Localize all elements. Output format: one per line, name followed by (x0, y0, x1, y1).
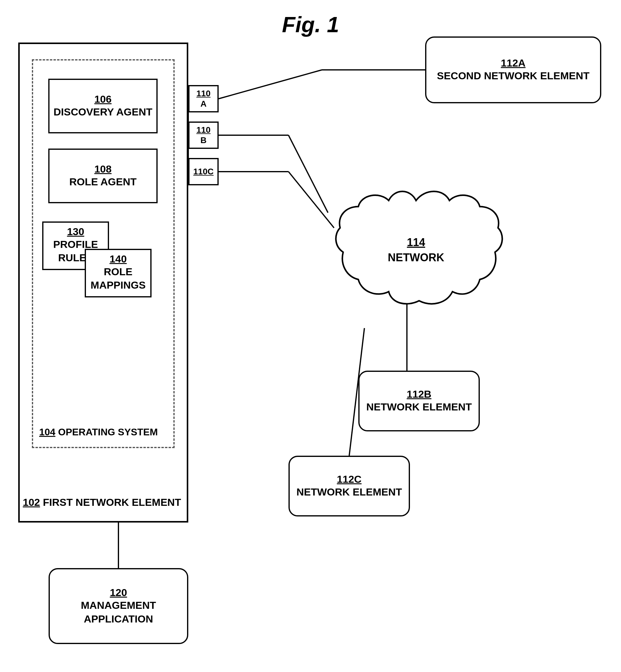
role-mappings-label: ROLE MAPPINGS (89, 265, 147, 292)
svg-line-0 (219, 70, 322, 99)
discovery-agent-box: 106 DISCOVERY AGENT (48, 79, 158, 133)
figure-title: Fig. 1 (282, 12, 339, 37)
interface-110c: 110C (188, 158, 219, 185)
discovery-agent-label: DISCOVERY AGENT (53, 105, 153, 118)
network-cloud: 114 NETWORK (328, 182, 504, 328)
svg-line-5 (288, 172, 334, 228)
role-mappings-box: 140 ROLE MAPPINGS (85, 249, 152, 298)
discovery-agent-number: 106 (94, 93, 112, 105)
svg-text:114: 114 (407, 236, 425, 248)
ne-112c-box: 112C NETWORK ELEMENT (288, 456, 410, 516)
mgmt-app-label: MANAGEMENT APPLICATION (50, 598, 187, 625)
management-application-box: 120 MANAGEMENT APPLICATION (49, 568, 188, 644)
second-ne-number: 112A (501, 57, 525, 69)
os-text: OPERATING SYSTEM (58, 427, 158, 437)
role-mappings-number: 140 (89, 253, 147, 265)
ne-112c-label: NETWORK ELEMENT (296, 485, 402, 499)
interface-110b: 110 B (188, 121, 219, 149)
second-ne-label: SECOND NETWORK ELEMENT (437, 69, 589, 82)
interface-110a: 110 A (188, 85, 219, 112)
os-number: 104 (39, 427, 55, 437)
interface-110c-number: 110C (194, 166, 214, 177)
role-agent-number: 108 (94, 163, 112, 175)
first-ne-number: 102 (23, 497, 40, 508)
mgmt-app-number: 120 (110, 587, 127, 598)
first-ne-label: 102 FIRST NETWORK ELEMENT (23, 496, 181, 509)
ne-112b-number: 112B (407, 388, 431, 400)
svg-line-3 (288, 135, 328, 213)
ne-112b-label: NETWORK ELEMENT (366, 400, 472, 413)
first-ne-text: FIRST NETWORK ELEMENT (43, 497, 181, 508)
ne-112b-box: 112B NETWORK ELEMENT (358, 371, 480, 431)
profile-rules-number: 130 (46, 226, 105, 238)
network-cloud-svg: 114 NETWORK (328, 182, 504, 328)
role-agent-box: 108 ROLE AGENT (48, 149, 158, 203)
svg-text:NETWORK: NETWORK (388, 251, 444, 264)
operating-system-box: 106 DISCOVERY AGENT 108 ROLE AGENT 130 P… (32, 59, 175, 448)
ne-112c-number: 112C (337, 473, 361, 485)
first-network-element-box: 106 DISCOVERY AGENT 108 ROLE AGENT 130 P… (18, 43, 188, 522)
role-agent-label: ROLE AGENT (69, 175, 137, 188)
interface-110a-number: 110 (197, 88, 211, 99)
second-network-element-box: 112A SECOND NETWORK ELEMENT (425, 36, 601, 103)
operating-system-label: 104 OPERATING SYSTEM (39, 427, 158, 438)
interface-110b-suffix: B (197, 135, 211, 146)
interface-110b-number: 110 (197, 125, 211, 135)
diagram: Fig. 1 106 DISCOVERY AGENT 108 ROLE AGEN… (0, 0, 621, 672)
interface-110a-suffix: A (197, 99, 211, 109)
